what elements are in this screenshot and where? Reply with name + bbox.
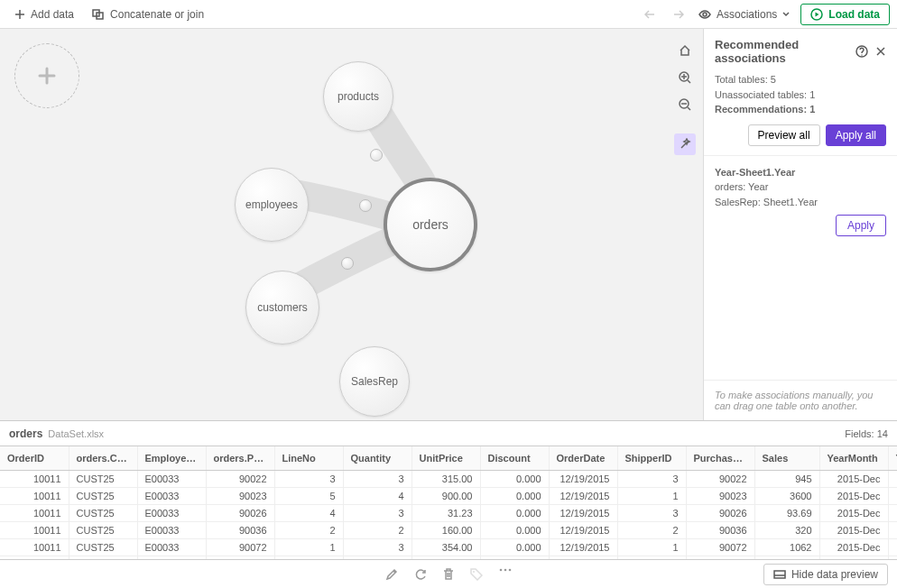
undo-button[interactable] (641, 4, 662, 25)
connector-dot[interactable] (370, 149, 383, 161)
associations-button[interactable]: Associations (691, 5, 797, 24)
table-row[interactable]: 10011CUST25E000339002233315.000.00012/19… (0, 470, 897, 487)
cell[interactable]: CUST25 (69, 487, 137, 504)
refresh-button[interactable] (414, 568, 427, 581)
table-row[interactable]: 10011CUST25E000339003622160.000.00012/19… (0, 521, 897, 538)
table-row[interactable]: 10011CUST25E00033900264331.230.00012/19/… (0, 504, 897, 521)
column-header[interactable]: ShipperID (617, 446, 686, 470)
cell[interactable]: 90026 (686, 504, 754, 521)
cell[interactable]: 0.000 (480, 538, 549, 556)
column-header[interactable]: OrderDate (549, 446, 617, 470)
cell[interactable]: 2015-Dec (819, 521, 888, 538)
bubble-employees[interactable]: employees (235, 168, 309, 242)
cell[interactable]: 2015-Dec (819, 504, 888, 521)
cell[interactable]: 12/19/2015 (549, 521, 617, 538)
cell[interactable]: 354.00 (412, 538, 480, 556)
hide-preview-button[interactable]: Hide data preview (763, 564, 888, 585)
cell[interactable]: 2015-Dec (819, 538, 888, 556)
column-header[interactable]: Quantity (343, 446, 412, 470)
cell[interactable]: 10011 (0, 504, 69, 521)
cell[interactable]: 4 (274, 504, 343, 521)
preview-all-button[interactable]: Preview all (748, 124, 820, 146)
cell[interactable] (888, 504, 897, 521)
column-header[interactable]: Year (888, 446, 897, 470)
cell[interactable]: 0.000 (480, 504, 549, 521)
cell[interactable]: 12/19/2015 (549, 470, 617, 487)
cell[interactable]: 10011 (0, 521, 69, 538)
cell[interactable]: 1 (617, 538, 686, 556)
close-icon[interactable] (875, 46, 886, 57)
cell[interactable]: 90026 (206, 504, 274, 521)
bubble-orders[interactable]: orders (384, 178, 477, 271)
column-header[interactable]: UnitPrice (412, 446, 480, 470)
cell[interactable]: 3 (617, 504, 686, 521)
cell[interactable]: 10011 (0, 538, 69, 556)
connector-dot[interactable] (359, 199, 372, 212)
cell[interactable]: 5 (274, 487, 343, 504)
cell[interactable]: 160.00 (412, 521, 480, 538)
cell[interactable]: 12/19/2015 (549, 538, 617, 556)
data-grid[interactable]: OrderIDorders.Cust…EmployeeKeyorders.Pro… (0, 446, 897, 559)
cell[interactable]: 315.00 (412, 470, 480, 487)
add-bubble-button[interactable] (14, 43, 79, 108)
zoom-in-button[interactable] (674, 67, 696, 88)
cell[interactable]: 2015-Dec (819, 470, 888, 487)
cell[interactable] (888, 487, 897, 504)
cell[interactable]: 10011 (0, 487, 69, 504)
home-button[interactable] (674, 40, 696, 61)
cell[interactable]: 1062 (754, 538, 819, 556)
apply-all-button[interactable]: Apply all (826, 124, 886, 146)
column-header[interactable]: Discount (480, 446, 549, 470)
cell[interactable]: 3 (343, 470, 412, 487)
cell[interactable]: CUST25 (69, 504, 137, 521)
cell[interactable]: 90072 (206, 538, 274, 556)
column-header[interactable]: PurchasedP… (686, 446, 754, 470)
add-data-button[interactable]: Add data (7, 5, 81, 24)
cell[interactable]: 3600 (754, 487, 819, 504)
cell[interactable] (888, 521, 897, 538)
zoom-out-button[interactable] (674, 94, 696, 115)
cell[interactable]: 945 (754, 470, 819, 487)
cell[interactable]: 4 (343, 487, 412, 504)
cell[interactable]: 1 (617, 487, 686, 504)
table-row[interactable]: 10011CUST25E000339007213354.000.00012/19… (0, 538, 897, 556)
cell[interactable]: 1 (274, 538, 343, 556)
column-header[interactable]: orders.Prod… (206, 446, 274, 470)
cell[interactable]: 90023 (686, 487, 754, 504)
cell[interactable]: 93.69 (754, 504, 819, 521)
cell[interactable]: 2015-Dec (819, 487, 888, 504)
cell[interactable]: 90036 (206, 521, 274, 538)
more-button[interactable] (499, 568, 512, 581)
cell[interactable] (888, 470, 897, 487)
cell[interactable]: 2 (274, 521, 343, 538)
cell[interactable]: 0.000 (480, 470, 549, 487)
load-data-button[interactable]: Load data (800, 4, 890, 25)
bubble-products[interactable]: products (323, 61, 393, 132)
cell[interactable]: E00033 (137, 504, 206, 521)
column-header[interactable]: LineNo (274, 446, 343, 470)
cell[interactable]: E00033 (137, 487, 206, 504)
column-header[interactable]: Sales (754, 446, 819, 470)
cell[interactable] (888, 538, 897, 556)
column-header[interactable]: OrderID (0, 446, 69, 470)
cell[interactable]: 320 (754, 521, 819, 538)
column-header[interactable]: YearMonth (819, 446, 888, 470)
cell[interactable]: 2 (617, 521, 686, 538)
cell[interactable]: 12/19/2015 (549, 487, 617, 504)
cell[interactable]: 2 (343, 521, 412, 538)
recommendation-card[interactable]: Year-Sheet1.Year orders: Year SalesRep: … (704, 155, 897, 246)
cell[interactable]: 12/19/2015 (549, 504, 617, 521)
magic-wand-button[interactable] (674, 133, 696, 155)
cell[interactable]: 90022 (686, 470, 754, 487)
delete-button[interactable] (443, 568, 454, 581)
cell[interactable]: 0.000 (480, 521, 549, 538)
cell[interactable]: 900.00 (412, 487, 480, 504)
cell[interactable]: 3 (274, 470, 343, 487)
cell[interactable]: 90023 (206, 487, 274, 504)
cell[interactable]: CUST25 (69, 521, 137, 538)
cell[interactable]: 3 (343, 504, 412, 521)
table-row[interactable]: 10011CUST25E000339002354900.000.00012/19… (0, 487, 897, 504)
bubble-salesrep[interactable]: SalesRep (339, 346, 410, 417)
redo-button[interactable] (666, 4, 688, 25)
cell[interactable]: 90036 (686, 521, 754, 538)
